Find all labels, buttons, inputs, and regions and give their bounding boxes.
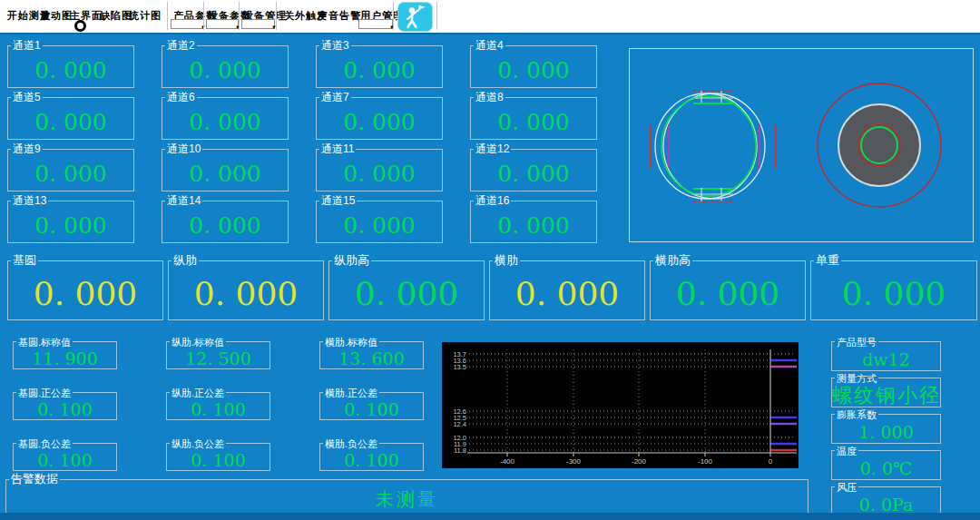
toolbar-separator <box>276 2 277 30</box>
metric-value: 0. 000 <box>490 261 644 319</box>
metric-box: 纵肋高0. 000 <box>328 260 485 320</box>
channel-box: 通道80. 000 <box>470 97 597 140</box>
channel-value: 0. 000 <box>8 98 133 139</box>
trend-chart-panel: 13.7 13.6 13.5 12.6 12.5 12.4 12.0 11.9 … <box>442 342 799 468</box>
channel-label: 通道1 <box>11 39 43 52</box>
toolbar-separator <box>167 2 168 30</box>
param-box: 横肋.负公差0. 100 <box>319 443 424 471</box>
metric-row: 基圆0. 000 纵肋0. 000 纵肋高0. 000 横肋0. 000 横肋高… <box>7 260 977 320</box>
channel-label: 通道12 <box>474 142 511 155</box>
channel-label: 通道15 <box>319 194 357 207</box>
metric-label: 纵肋 <box>172 254 199 267</box>
menu-main-screen[interactable]: 主界面 <box>70 9 103 23</box>
channel-value: 0. 000 <box>162 46 288 87</box>
metric-box: 横肋0. 000 <box>489 260 645 320</box>
svg-text:-300: -300 <box>566 457 582 466</box>
param-box: 基圆.标称值11. 900 <box>13 341 117 369</box>
channel-label: 通道5 <box>11 91 43 103</box>
air-pressure-label: 风压 <box>835 481 858 494</box>
channel-box: 通道160. 000 <box>470 201 597 243</box>
profile-panel <box>629 48 974 242</box>
metric-value: 0. 000 <box>811 261 976 319</box>
menu-wave-chart[interactable]: 波动图 <box>40 9 73 23</box>
channel-box: 通道10. 000 <box>7 45 134 88</box>
metric-box: 单重0. 000 <box>810 260 977 320</box>
concentric-gauge-diagram <box>818 83 941 207</box>
alarm-label: 告警数据 <box>9 473 60 486</box>
metric-value: 0. 000 <box>329 261 484 319</box>
param-label: 基圆.标称值 <box>16 336 73 348</box>
channel-value: 0. 000 <box>471 98 596 139</box>
channel-label: 通道11 <box>319 142 356 155</box>
param-label: 纵肋.负公差 <box>170 437 226 450</box>
svg-text:-100: -100 <box>698 457 713 466</box>
param-label: 基圆.正公差 <box>16 387 73 399</box>
channel-value: 0. 000 <box>162 98 288 139</box>
product-params-combo[interactable]: ▾ <box>171 19 204 29</box>
channel-value: 0. 000 <box>8 201 133 242</box>
channel-box: 通道20. 000 <box>162 45 289 88</box>
channel-box: 通道30. 000 <box>316 45 443 88</box>
channel-label: 通道13 <box>11 194 48 207</box>
param-label: 纵肋.标称值 <box>170 336 226 348</box>
svg-text:11.8: 11.8 <box>454 446 466 455</box>
user-manage-combo[interactable]: ▾ <box>358 19 393 29</box>
channel-box: 通道50. 000 <box>7 97 134 140</box>
param-label: 纵肋.正公差 <box>170 387 226 399</box>
channel-label: 通道10 <box>165 142 202 155</box>
person-with-flag-icon <box>398 3 432 31</box>
cross-section-diagrams <box>630 49 973 241</box>
channel-label: 通道4 <box>474 39 505 52</box>
toolbar-separator <box>239 2 240 30</box>
channel-label: 通道9 <box>11 142 43 155</box>
channel-value: 0. 000 <box>471 201 596 242</box>
channel-value: 0. 000 <box>471 150 596 191</box>
metric-box: 基圆0. 000 <box>7 260 163 320</box>
param-label: 基圆.负公差 <box>16 437 73 450</box>
trend-chart: 13.7 13.6 13.5 12.6 12.5 12.4 12.0 11.9 … <box>442 342 799 468</box>
channel-value: 0. 000 <box>471 46 596 87</box>
channel-box: 通道60. 000 <box>162 97 289 140</box>
alarm-panel: 告警数据 未测量 <box>5 479 808 514</box>
channel-box: 通道90. 000 <box>7 149 134 191</box>
person-flag-icon-button[interactable] <box>397 2 433 32</box>
active-page-indicator <box>74 20 86 32</box>
device-params-combo[interactable]: ▾ <box>206 19 239 29</box>
metric-label: 横肋高 <box>653 254 692 267</box>
channel-value: 0. 000 <box>317 98 442 139</box>
metric-value: 0. 000 <box>651 261 805 319</box>
main-screen: 通道10. 000 通道20. 000 通道30. 000 通道40. 000 … <box>0 34 980 520</box>
channel-value: 0. 000 <box>317 46 442 87</box>
measure-status: 未测量 <box>6 480 808 513</box>
channel-box: 通道110. 000 <box>316 149 443 191</box>
metric-label: 纵肋高 <box>332 254 371 267</box>
metric-value: 0. 000 <box>8 261 162 319</box>
parameter-grid: 基圆.标称值11. 900 纵肋.标称值12. 500 横肋.标称值13. 60… <box>13 341 424 471</box>
channel-grid: 通道10. 000 通道20. 000 通道30. 000 通道40. 000 … <box>7 45 597 243</box>
device-manage-combo[interactable]: ▾ <box>241 19 275 29</box>
measure-mode-box: 测量方式螺纹钢小径 <box>831 378 941 407</box>
channel-box: 通道70. 000 <box>316 97 443 140</box>
channel-box: 通道130. 000 <box>7 201 134 243</box>
param-label: 横肋.正公差 <box>323 387 379 399</box>
measure-mode-label: 测量方式 <box>835 372 878 385</box>
param-box: 横肋.标称值13. 600 <box>319 341 424 369</box>
param-box: 纵肋.标称值12. 500 <box>166 341 270 369</box>
svg-text:-200: -200 <box>632 457 647 466</box>
menu-stats-chart[interactable]: 统计图 <box>129 9 162 23</box>
product-info-panel: 产品型号dw12 测量方式螺纹钢小径 膨胀系数1. 000 温度0. 0℃ 风压… <box>831 341 941 516</box>
channel-box: 通道140. 000 <box>162 201 289 243</box>
svg-text:13.5: 13.5 <box>453 363 466 371</box>
menu-sound-alarm[interactable]: 声音告警 <box>318 9 361 23</box>
channel-label: 通道8 <box>474 91 505 103</box>
param-label: 横肋.标称值 <box>323 336 379 348</box>
toolbar-separator <box>436 2 437 30</box>
menu-defect-chart[interactable]: 缺陷图 <box>100 9 132 23</box>
channel-value: 0. 000 <box>8 46 133 87</box>
channel-box: 通道150. 000 <box>316 201 443 243</box>
param-box: 基圆.正公差0. 100 <box>13 392 117 420</box>
param-box: 纵肋.负公差0. 100 <box>166 443 270 471</box>
channel-value: 0. 000 <box>317 201 442 242</box>
svg-text:12.4: 12.4 <box>453 420 466 428</box>
toolbar: 开始测量 波动图 主界面 缺陷图 统计图 产品参数 ▾ 设备参数 ▾ 设备管理 … <box>0 0 980 34</box>
